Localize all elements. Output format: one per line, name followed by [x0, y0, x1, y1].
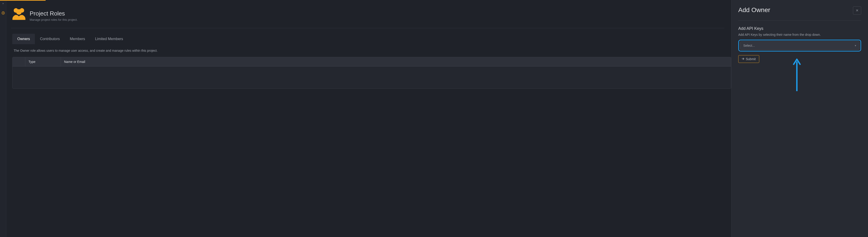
chevron-down-icon: ▾	[855, 44, 856, 47]
submit-button[interactable]: Submit	[738, 55, 759, 63]
section-hint: Add API Keys by selecting their name fro…	[738, 33, 861, 36]
table-header-row: Type Name or Email	[12, 57, 731, 67]
select-placeholder: Select...	[743, 44, 755, 47]
panel-title: Add Owner	[738, 6, 770, 14]
panel-header: Add Owner ✕	[738, 6, 861, 21]
select-highlight-annotation: Select... ▾	[738, 40, 861, 52]
tab-members[interactable]: Members	[65, 34, 90, 44]
table-header-type: Type	[25, 57, 61, 66]
page-title: Project Roles	[30, 10, 78, 17]
users-icon	[11, 6, 27, 23]
roles-table: Type Name or Email	[12, 57, 731, 89]
expand-sidebar-icon[interactable]: »	[2, 2, 4, 5]
table-body-empty	[12, 67, 731, 89]
submit-label: Submit	[746, 57, 756, 61]
add-project-icon[interactable]	[2, 11, 5, 15]
left-rail: »	[0, 0, 6, 237]
close-icon: ✕	[856, 8, 859, 12]
main-content: Project Roles Manage project roles for t…	[6, 0, 731, 237]
svg-point-5	[16, 9, 22, 14]
tab-limited-members[interactable]: Limited Members	[90, 34, 128, 44]
tabs-bar: Owners Contributors Members Limited Memb…	[12, 34, 731, 44]
app-root: » Project Roles Manage project roles for…	[0, 0, 868, 237]
table-header-blank	[12, 57, 25, 66]
tab-description: The Owner role allows users to manage us…	[14, 49, 731, 53]
add-owner-panel: Add Owner ✕ Add API Keys Add API Keys by…	[731, 0, 868, 237]
api-key-select[interactable]: Select... ▾	[740, 41, 860, 50]
tab-contributors[interactable]: Contributors	[35, 34, 65, 44]
section-heading: Add API Keys	[738, 26, 861, 31]
close-button[interactable]: ✕	[853, 6, 861, 14]
table-header-name: Name or Email	[61, 57, 731, 66]
arrow-right-icon	[742, 57, 744, 61]
add-api-keys-section: Add API Keys Add API Keys by selecting t…	[738, 26, 861, 63]
page-header: Project Roles Manage project roles for t…	[11, 6, 724, 28]
page-subtitle: Manage project roles for this project.	[30, 18, 78, 22]
tab-owners[interactable]: Owners	[12, 34, 35, 44]
